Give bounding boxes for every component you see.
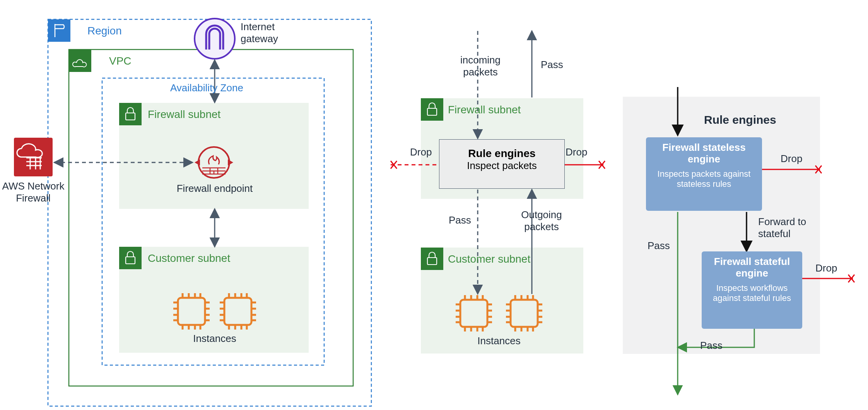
aws-nf-label: AWS Network Firewall — [0, 180, 76, 204]
stateful-engine-title: Firewall stateful engine — [706, 256, 798, 279]
drop-left-label: Drop — [410, 146, 432, 158]
forward-label: Forward to stateful — [758, 216, 806, 240]
rule-engines-sub: Inspect packets — [439, 160, 564, 172]
drop-stateful-label: Drop — [815, 262, 837, 274]
mid-firewall-subnet-label: Firewall subnet — [448, 104, 521, 116]
stateless-engine-box: Firewall stateless engine Inspects packe… — [646, 137, 762, 211]
rule-engines-title-right: Rule engines — [704, 113, 776, 126]
vpc-tab — [69, 50, 91, 72]
instances-label: Instances — [178, 333, 251, 345]
mid-firewall-subnet-tab — [421, 98, 443, 121]
customer-subnet-label: Customer subnet — [148, 252, 230, 265]
mid-instances-label: Instances — [462, 335, 536, 347]
incoming-label: incoming packets — [449, 54, 511, 78]
stateful-engine-sub: Inspects workflows against stateful rule… — [706, 283, 798, 304]
drop-stateless-label: Drop — [781, 153, 802, 165]
internet-gateway-icon — [195, 19, 235, 59]
stateless-engine-title: Firewall stateless engine — [650, 142, 758, 165]
pass-stateless-label: Pass — [648, 240, 670, 252]
pass-up-label: Pass — [541, 59, 563, 71]
igw-label: Internet gateway — [241, 21, 278, 45]
outgoing-label: Outgoing packets — [511, 209, 572, 233]
firewall-subnet-tab — [119, 103, 142, 125]
region-label: Region — [87, 25, 122, 37]
rule-engines-box: Rule engines Inspect packets — [439, 139, 565, 189]
pass-stateful-label: Pass — [700, 340, 723, 352]
firewall-subnet-label: Firewall subnet — [148, 108, 220, 121]
stateful-engine-box: Firewall stateful engine Inspects workfl… — [702, 251, 802, 329]
vpc-label: VPC — [109, 55, 132, 67]
mid-customer-subnet-tab — [421, 248, 443, 270]
az-label: Availability Zone — [170, 82, 243, 94]
drop-right-label: Drop — [566, 146, 587, 158]
firewall-endpoint-label: Firewall endpoint — [162, 183, 267, 195]
rule-engines-title: Rule engines — [439, 147, 564, 160]
mid-customer-subnet-label: Customer subnet — [448, 253, 530, 265]
diagram-canvas: Region VPC Availability Zone Internet ga… — [0, 0, 868, 410]
pass-down-label: Pass — [449, 214, 471, 226]
region-tab — [48, 19, 70, 42]
stateless-engine-sub: Inspects packets against stateless rules — [650, 169, 758, 190]
customer-subnet-tab — [119, 247, 142, 269]
